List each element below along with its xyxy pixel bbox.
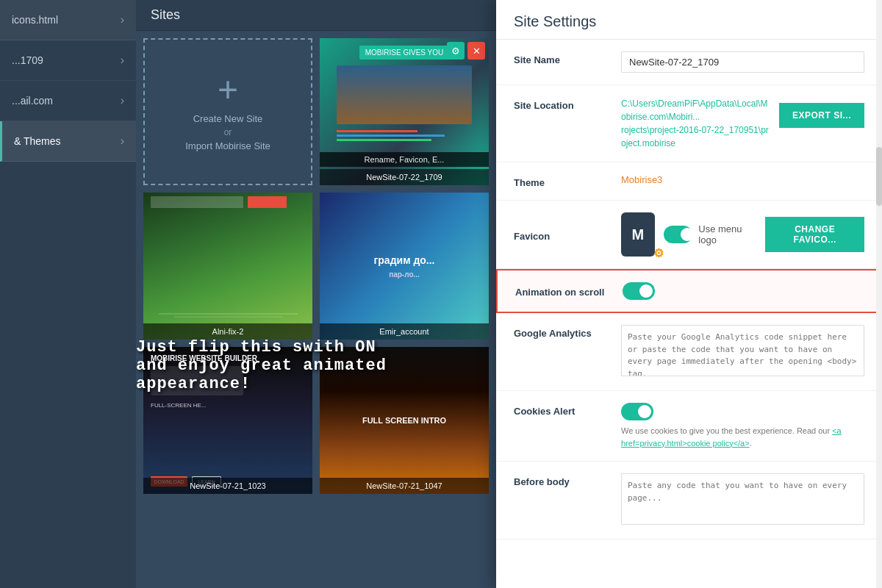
preview-header bbox=[151, 196, 243, 208]
preview-text: FULL-SCREEN HE... bbox=[151, 401, 305, 409]
google-analytics-input[interactable] bbox=[621, 325, 864, 376]
preview-image bbox=[337, 65, 472, 124]
settings-panel: Site Settings Site Name Site Location C:… bbox=[496, 0, 882, 588]
preview-btn bbox=[248, 196, 287, 208]
export-site-button[interactable]: EXPORT SI... bbox=[779, 103, 864, 128]
sidebar-item-label: ...1709 bbox=[12, 54, 43, 66]
google-analytics-row: Google Analytics bbox=[496, 313, 882, 391]
theme-value: Mobirise3 bbox=[621, 174, 864, 185]
site-location-row: Site Location C:\Users\DreamPiF\AppData\… bbox=[496, 85, 882, 162]
site-card-label: NewSite-07-21_1047 bbox=[320, 478, 489, 494]
settings-title: Site Settings bbox=[496, 0, 882, 40]
gear-icon-btn[interactable]: ⚙ bbox=[447, 42, 465, 60]
change-favicon-button[interactable]: CHANGE FAVICO... bbox=[765, 217, 864, 252]
preview-bar bbox=[337, 130, 417, 132]
theme-label: Theme bbox=[514, 174, 609, 188]
preview-bar bbox=[174, 316, 282, 318]
cookies-toggle[interactable] bbox=[621, 403, 653, 420]
close-icon-btn[interactable]: ✕ bbox=[467, 42, 485, 60]
site-location-value: C:\Users\DreamPiF\AppData\Local\Mobirise… bbox=[621, 97, 864, 150]
cookies-alert-label: Cookies Alert bbox=[514, 403, 609, 417]
site-name-input[interactable] bbox=[621, 51, 864, 73]
sidebar-item-label: & Themes bbox=[14, 135, 61, 147]
site-card-emir[interactable]: градим до... пар-ло... Emir_account bbox=[320, 193, 489, 340]
animation-label: Animation on scroll bbox=[515, 282, 611, 300]
sidebar-item-mail[interactable]: ...ail.com › bbox=[0, 81, 136, 121]
site-card-newsite-1047[interactable]: FULL SCREEN INTRO NewSite-07-21_1047 bbox=[320, 347, 489, 494]
preview-text: FULL SCREEN INTRO bbox=[362, 416, 446, 425]
main-area: Sites + Create New Site or Import Mobiri… bbox=[136, 0, 496, 588]
site-name-label: Site Name bbox=[514, 51, 609, 65]
site-name-value bbox=[621, 51, 864, 73]
favicon-area: M ⚙ Use menu logo CHANGE FAVICO... bbox=[621, 212, 864, 257]
plus-icon: + bbox=[218, 72, 238, 107]
chevron-right-icon: › bbox=[121, 135, 124, 148]
scrollbar-thumb[interactable] bbox=[876, 147, 882, 206]
google-analytics-value bbox=[621, 325, 864, 379]
site-card-newsite-1023[interactable]: MOBIRISE WEBSITE BUILDER FULL-SCREEN HE.… bbox=[143, 347, 312, 494]
site-card-label: Alni-fix-2 bbox=[143, 323, 312, 340]
site-card-alni[interactable]: Alni-fix-2 bbox=[143, 193, 312, 340]
google-analytics-label: Google Analytics bbox=[514, 325, 609, 339]
gear-decoration: ⚙ bbox=[653, 246, 664, 260]
sidebar: icons.html › ...1709 › ...ail.com › & Th… bbox=[0, 0, 136, 588]
before-body-row: Before body bbox=[496, 462, 882, 539]
rename-bar: Rename, Favicon, E... bbox=[320, 152, 489, 167]
site-location-label: Site Location bbox=[514, 97, 609, 111]
cookie-policy-link[interactable]: <a href=privacy.html>cookie policy</a> bbox=[621, 426, 842, 448]
site-card-label: NewSite-07-21_1023 bbox=[143, 478, 312, 494]
sidebar-item-label: icons.html bbox=[12, 14, 58, 26]
chevron-right-icon: › bbox=[121, 54, 124, 67]
chevron-right-icon: › bbox=[121, 94, 124, 107]
chevron-right-icon: › bbox=[121, 13, 124, 26]
animation-on-scroll-row: Animation on scroll bbox=[496, 269, 882, 313]
theme-name: Mobirise3 bbox=[621, 174, 662, 185]
toggle-slider bbox=[664, 226, 693, 243]
site-card-label: Emir_account bbox=[320, 323, 489, 340]
site-card-newsite-1709[interactable]: MOBIRISE GIVES YOU ⚙ ✕ Rename, Favicon, … bbox=[320, 38, 489, 185]
animation-value bbox=[623, 282, 863, 300]
before-body-input[interactable] bbox=[621, 473, 864, 525]
sidebar-item-site1[interactable]: ...1709 › bbox=[0, 40, 136, 81]
use-menu-logo-toggle[interactable] bbox=[664, 226, 693, 243]
cookies-alert-row: Cookies Alert We use cookies to give you… bbox=[496, 391, 882, 462]
page-title: Sites bbox=[151, 7, 180, 22]
preview-img bbox=[151, 366, 243, 395]
favicon-value: M ⚙ Use menu logo CHANGE FAVICO... bbox=[621, 212, 864, 257]
sidebar-item-themes[interactable]: & Themes › bbox=[0, 121, 136, 162]
sidebar-item-icons[interactable]: icons.html › bbox=[0, 0, 136, 40]
preview-bar bbox=[159, 313, 298, 315]
animation-toggle[interactable] bbox=[623, 282, 655, 300]
toggle-slider bbox=[623, 282, 655, 300]
cookies-description: We use cookies to give you the best expe… bbox=[621, 425, 864, 449]
favicon-icon: M ⚙ bbox=[621, 212, 655, 257]
scrollbar[interactable] bbox=[876, 0, 882, 588]
preview-title: MOBIRISE WEBSITE BUILDER bbox=[151, 354, 305, 362]
use-menu-logo-area: Use menu logo bbox=[664, 223, 757, 245]
site-card-icons: ⚙ ✕ bbox=[447, 42, 485, 60]
mobirise-banner: MOBIRISE GIVES YOU bbox=[359, 46, 450, 60]
site-location-path: C:\Users\DreamPiF\AppData\Local\Mobirise… bbox=[621, 97, 770, 150]
before-body-value bbox=[621, 473, 864, 527]
preview-text: градим до... пар-ло... bbox=[366, 247, 442, 286]
before-body-label: Before body bbox=[514, 473, 609, 487]
preview-bar bbox=[337, 135, 445, 137]
use-menu-logo-label: Use menu logo bbox=[698, 223, 756, 245]
or-divider: or bbox=[224, 127, 232, 137]
sites-grid: + Create New Site or Import Mobirise Sit… bbox=[136, 31, 496, 501]
site-name-row: Site Name bbox=[496, 40, 882, 85]
preview-bar bbox=[337, 139, 431, 141]
site-card-label: NewSite-07-22_1709 bbox=[320, 169, 489, 185]
favicon-row: Favicon M ⚙ Use menu logo CHANGE FAVICO.… bbox=[496, 201, 882, 269]
theme-row: Theme Mobirise3 bbox=[496, 162, 882, 201]
favicon-label: Favicon bbox=[514, 228, 609, 242]
import-site-label: Import Mobirise Site bbox=[185, 140, 270, 151]
sidebar-item-label: ...ail.com bbox=[12, 95, 53, 107]
create-new-site-card[interactable]: + Create New Site or Import Mobirise Sit… bbox=[143, 38, 312, 185]
main-header: Sites bbox=[136, 0, 496, 31]
create-site-label: Create New Site bbox=[193, 113, 263, 124]
cookies-alert-value: We use cookies to give you the best expe… bbox=[621, 403, 864, 449]
toggle-slider bbox=[621, 403, 653, 420]
